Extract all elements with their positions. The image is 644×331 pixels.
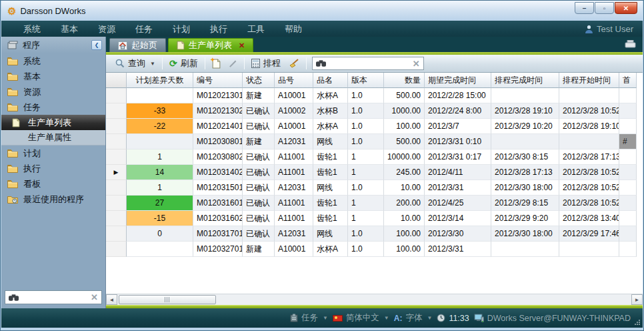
status-bar: 任务 ▼ 简体中文 ▼ A: 字体 ▼ 11:33 <box>1 308 643 328</box>
menu-item-3[interactable]: 资源 <box>88 24 125 34</box>
task-dropdown[interactable]: 任务 ▼ <box>290 312 328 324</box>
column-header[interactable]: 状态 <box>243 73 275 88</box>
row-selector[interactable] <box>106 180 127 196</box>
cell: 新建 <box>243 88 275 103</box>
schedule-button[interactable]: 排程 <box>247 56 285 71</box>
column-header[interactable]: 排程开始时间 <box>559 73 619 88</box>
column-header[interactable]: 品号 <box>275 73 313 88</box>
sidebar-item[interactable]: 最近使用的程序 <box>1 192 105 207</box>
column-header[interactable]: 品名 <box>313 73 348 88</box>
cell: 2012/3/30 8:15 <box>491 149 559 165</box>
menu-item-1[interactable]: 系统 <box>13 24 51 34</box>
tab-1[interactable]: 起始页 <box>109 38 166 52</box>
content-area: 起始页生产单列表✕ 查询 ▼ <box>106 37 643 308</box>
table-row[interactable]: 27M012031601已确认A11001齿轮11200.002012/4/25… <box>106 196 637 211</box>
table-row[interactable]: 0M012031701已确认A12031网线1.0100.002012/3/30… <box>106 226 637 242</box>
table-row[interactable]: ▶14M012031402已确认A11001齿轮11245.002012/4/1… <box>106 165 637 180</box>
column-header[interactable]: 版本 <box>348 73 384 88</box>
title-bar[interactable]: ⚙ Darsson DWorks – ▫ ✕ <box>1 1 643 21</box>
column-header[interactable]: 编号 <box>193 73 243 88</box>
grid-header-row: 计划差异天数编号状态品号品名版本数量期望完成时间排程完成时间排程开始时间首 <box>106 73 637 88</box>
cell: M012031701 <box>193 226 243 242</box>
table-row[interactable]: 1M012030802已确认A11001齿轮1110000.002012/3/3… <box>106 149 637 165</box>
sidebar-search-box[interactable]: ✕ <box>5 290 102 304</box>
sidebar-item[interactable]: 计划 <box>1 145 105 161</box>
horizontal-scrollbar[interactable]: ◄ ► <box>106 294 643 305</box>
clear-schedule-button[interactable] <box>285 56 303 71</box>
cell: 10000.00 <box>384 149 425 165</box>
menu-item-8[interactable]: 帮助 <box>275 24 312 34</box>
menu-item-7[interactable]: 工具 <box>237 24 275 34</box>
column-header[interactable]: 期望完成时间 <box>425 73 491 88</box>
sidebar-item[interactable]: 看板 <box>1 176 105 192</box>
row-selector[interactable] <box>106 103 127 119</box>
row-selector[interactable] <box>106 88 127 103</box>
column-header[interactable]: 排程完成时间 <box>491 73 559 88</box>
grid-corner-cell <box>106 73 127 88</box>
toolbar-search-box[interactable]: ✕ <box>312 57 424 70</box>
menu-item-6[interactable]: 执行 <box>200 24 237 34</box>
toolbar-search-clear-icon[interactable]: ✕ <box>413 59 420 68</box>
row-selector[interactable] <box>106 149 127 165</box>
sidebar-item[interactable]: 任务 <box>1 99 105 115</box>
font-dropdown[interactable]: A: 字体 ▼ <box>394 312 433 324</box>
cell: A11001 <box>275 149 313 165</box>
cell <box>559 88 619 103</box>
menu-item-5[interactable]: 计划 <box>163 24 200 34</box>
sidebar-item[interactable]: 执行 <box>1 161 105 176</box>
cell: 2012/3/28 10:52 <box>559 165 619 180</box>
table-row[interactable]: -33M012021302已确认A10002水杯B1.01000.002012/… <box>106 103 637 119</box>
tab-close-icon[interactable]: ✕ <box>239 41 245 50</box>
table-row[interactable]: M012021301新建A10001水杯A1.0500.002012/2/28 … <box>106 88 637 103</box>
search-icon <box>115 59 125 68</box>
query-dropdown-caret[interactable]: ▼ <box>150 61 155 67</box>
row-selector[interactable] <box>106 211 127 226</box>
table-row[interactable]: 1M012031501已确认A12031网线1.010.002012/3/312… <box>106 180 637 196</box>
row-selector[interactable] <box>106 226 127 242</box>
column-header[interactable]: 计划差异天数 <box>127 73 193 88</box>
row-selector[interactable] <box>106 134 127 149</box>
column-header[interactable]: 首 <box>619 73 637 88</box>
sidebar-item[interactable]: 生产单属性 <box>1 130 105 145</box>
print-icon[interactable] <box>625 39 636 51</box>
current-row-marker[interactable]: ▶ <box>106 165 127 180</box>
close-button[interactable]: ✕ <box>615 2 637 14</box>
toolbar-search-input[interactable] <box>329 58 413 69</box>
cell: 水杯A <box>313 88 348 103</box>
query-button[interactable]: 查询 ▼ <box>111 56 159 71</box>
folder-icon <box>7 57 19 65</box>
row-selector[interactable] <box>106 242 127 257</box>
refresh-button[interactable]: ⟳ 刷新 <box>165 56 202 71</box>
sidebar-item[interactable]: 资源 <box>1 84 105 99</box>
edit-record-button[interactable] <box>225 56 241 71</box>
menu-item-4[interactable]: 任务 <box>125 24 163 34</box>
menu-item-2[interactable]: 基本 <box>51 24 88 34</box>
user-name-label: Test User <box>597 24 633 34</box>
table-row[interactable]: M012030801新建A12031网线1.0500.002012/3/31 0… <box>106 134 637 149</box>
new-record-button[interactable]: ✦ <box>208 56 225 71</box>
table-row[interactable]: -22M012021401已确认A10001水杯A1.0100.002012/3… <box>106 119 637 134</box>
cell: 100.00 <box>384 226 425 242</box>
sidebar-item[interactable]: 基本 <box>1 69 105 84</box>
language-dropdown[interactable]: 简体中文 ▼ <box>333 312 389 324</box>
tab-2[interactable]: 生产单列表✕ <box>168 38 253 52</box>
restore-button[interactable]: ▫ <box>595 2 614 14</box>
sidebar-item[interactable]: 生产单列表 <box>1 115 105 130</box>
row-selector[interactable] <box>106 196 127 211</box>
scroll-left-arrow[interactable]: ◄ <box>106 294 117 305</box>
table-row[interactable]: M012032701新建A10001水杯A1.0100.002012/3/31 <box>106 242 637 257</box>
sidebar-item[interactable]: 系统 <box>1 53 105 69</box>
column-header[interactable]: 数量 <box>384 73 425 88</box>
cell: 2012/3/28 17:13 <box>491 165 559 180</box>
table-row[interactable]: -15M012031602已确认A11001齿轮1110.002012/3/14… <box>106 211 637 226</box>
scroll-right-arrow[interactable]: ► <box>631 294 643 305</box>
sidebar-search-input[interactable] <box>21 292 91 303</box>
scrollbar-thumb[interactable] <box>119 295 216 304</box>
resize-grip[interactable] <box>634 319 641 326</box>
minimize-button[interactable]: – <box>575 2 594 14</box>
cell: 2012/3/29 10:20 <box>491 119 559 134</box>
row-selector[interactable] <box>106 119 127 134</box>
sidebar-search-clear-icon[interactable]: ✕ <box>91 293 98 302</box>
sidebar-collapse-button[interactable]: ❮ <box>91 40 102 50</box>
current-user[interactable]: Test User <box>585 24 643 34</box>
